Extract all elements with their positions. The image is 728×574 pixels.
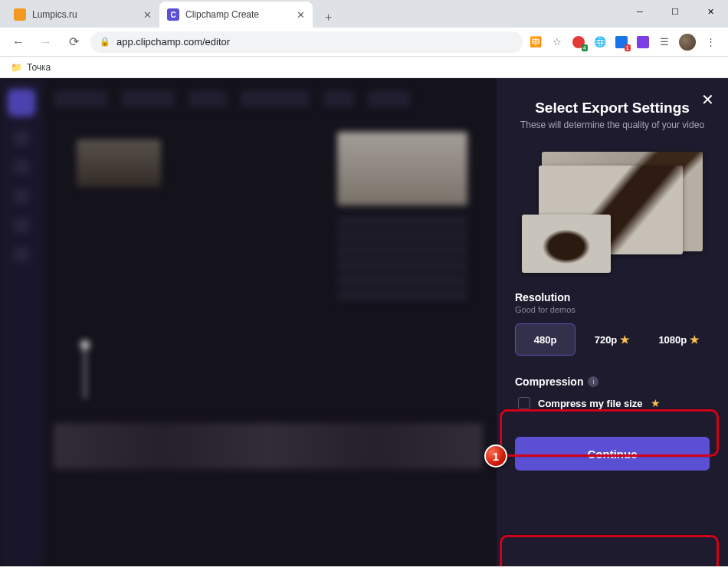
tab-title: Clipchamp Create [185, 9, 259, 20]
url-text: app.clipchamp.com/editor [116, 36, 230, 48]
premium-star-icon: ★ [690, 333, 700, 346]
resolution-hint: Good for demos [515, 305, 710, 314]
browser-tab-clipchamp[interactable]: C Clipchamp Create ✕ [159, 2, 313, 28]
resolution-options: 480p 720p ★ 1080p ★ [515, 323, 710, 356]
window-minimize-button[interactable]: ─ [622, 0, 657, 23]
option-label: 720p [595, 334, 618, 346]
forward-button[interactable]: → [35, 31, 57, 53]
bookmark-item[interactable]: Точка [27, 62, 51, 73]
resolution-preview-stack [522, 152, 703, 273]
compress-checkbox[interactable] [518, 397, 530, 409]
folder-icon: 📁 [11, 62, 22, 73]
option-label: 480p [534, 334, 557, 346]
bookmark-star-icon[interactable]: ☆ [550, 35, 564, 49]
address-bar[interactable]: 🔒 app.clipchamp.com/editor [90, 31, 523, 53]
profile-avatar[interactable] [679, 34, 696, 51]
favicon-icon: C [167, 8, 179, 21]
extension-icon[interactable] [636, 35, 650, 49]
back-button[interactable]: ← [8, 31, 29, 53]
menu-button[interactable]: ⋮ [703, 35, 717, 49]
resolution-label: Resolution [515, 291, 710, 303]
reading-list-icon[interactable]: ☰ [657, 35, 671, 49]
resolution-option-480p[interactable]: 480p [515, 323, 576, 356]
resolution-option-720p[interactable]: 720p ★ [582, 323, 642, 356]
window-maximize-button[interactable]: ☐ [657, 0, 693, 23]
extension-globe-icon[interactable]: 🌐 [593, 35, 607, 49]
compress-checkbox-label: Compress my file size [538, 398, 643, 409]
premium-star-icon: ★ [620, 333, 630, 346]
lock-icon: 🔒 [100, 37, 110, 47]
close-icon[interactable]: ✕ [143, 9, 152, 21]
premium-star-icon: ★ [651, 397, 661, 409]
bookmarks-bar: 📁 Точка [0, 57, 728, 78]
preview-card-small [522, 215, 611, 273]
extension-icon[interactable]: 4 [572, 35, 585, 49]
continue-button[interactable]: Continue [515, 437, 710, 471]
browser-toolbar: ← → ⟳ 🔒 app.clipchamp.com/editor 🈸 ☆ 4 🌐… [0, 28, 728, 57]
info-icon[interactable]: i [588, 376, 598, 387]
export-settings-panel: ✕ Select Export Settings These will dete… [497, 78, 728, 566]
resolution-option-1080p[interactable]: 1080p ★ [649, 323, 710, 356]
option-label: 1080p [658, 334, 687, 346]
reload-button[interactable]: ⟳ [63, 31, 84, 53]
new-tab-button[interactable]: ＋ [317, 6, 339, 28]
app-viewport: ✕ Select Export Settings These will dete… [0, 78, 728, 566]
tab-title: Lumpics.ru [32, 9, 77, 20]
browser-tab-lumpics[interactable]: Lumpics.ru ✕ [6, 2, 159, 28]
extension-icon[interactable]: 1 [615, 35, 628, 49]
tab-strip: Lumpics.ru ✕ C Clipchamp Create ✕ ＋ [0, 0, 728, 28]
panel-subtitle: These will determine the quality of your… [515, 120, 710, 130]
panel-title: Select Export Settings [515, 100, 710, 116]
close-panel-button[interactable]: ✕ [701, 90, 714, 109]
compression-label: Compression [515, 376, 583, 388]
favicon-icon [14, 8, 26, 21]
close-icon[interactable]: ✕ [297, 9, 305, 21]
translate-icon[interactable]: 🈸 [529, 35, 543, 49]
window-close-button[interactable]: ✕ [693, 0, 728, 23]
annotation-badge-1: 1 [484, 444, 507, 467]
